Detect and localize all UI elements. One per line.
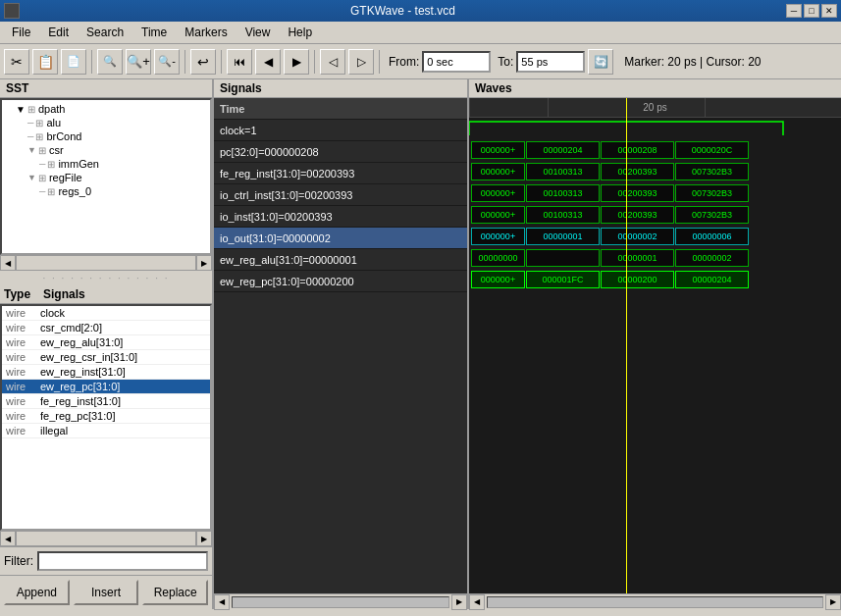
middle-scroll-right[interactable]: ▶ <box>451 594 467 610</box>
sig-row-fe-reg-inst[interactable]: wire fe_reg_inst[31:0] <box>2 394 210 409</box>
right-button[interactable]: ▷ <box>348 49 374 75</box>
append-button[interactable]: Append <box>4 580 70 605</box>
signals-scroll-right[interactable]: ▶ <box>196 531 212 546</box>
tree-label-csr: csr <box>49 144 64 156</box>
waves-header: Waves <box>469 79 841 98</box>
signal-wave-io-ctrl-inst[interactable]: io_ctrl_inst[31:0]=00200393 <box>214 184 467 206</box>
menu-search[interactable]: Search <box>79 24 131 41</box>
menu-edit[interactable]: Edit <box>40 24 77 41</box>
window-title: GTKWave - test.vcd <box>20 4 786 18</box>
tree-item-immgen[interactable]: ─ ⊞ immGen <box>2 157 210 171</box>
sst-tree-inner: ▼ ⊞ dpath ─ ⊞ alu ─ ⊞ <box>2 100 210 200</box>
paste-button[interactable]: 📄 <box>61 49 86 75</box>
signal-wave-ew-reg-alu[interactable]: ew_reg_alu[31:0]=00000001 <box>214 249 467 271</box>
signals-list[interactable]: wire clock wire csr_cmd[2:0] wire ew_reg… <box>0 304 212 531</box>
maximize-button[interactable]: □ <box>804 4 819 18</box>
signals-panel: Type Signals wire clock wire csr_cmd[2:0… <box>0 285 212 609</box>
begin-button[interactable]: ⏮ <box>227 49 252 75</box>
signal-wave-io-inst[interactable]: io_inst[31:0]=00200393 <box>214 206 467 228</box>
tree-item-alu[interactable]: ─ ⊞ alu <box>2 116 210 129</box>
sst-tree[interactable]: ▼ ⊞ dpath ─ ⊞ alu ─ ⊞ <box>0 98 212 255</box>
middle-scroll-left[interactable]: ◀ <box>214 594 230 610</box>
sig-row-csr-cmd[interactable]: wire csr_cmd[2:0] <box>2 321 210 335</box>
from-label: From: <box>389 55 419 69</box>
signal-wave-clock[interactable]: clock=1 <box>214 120 467 141</box>
toolbar-separator-2 <box>184 50 185 74</box>
module-icon-dpath: ⊞ <box>27 104 35 115</box>
sig-row-ew-reg-pc[interactable]: wire ew_reg_pc[31:0] <box>2 380 210 394</box>
menu-time[interactable]: Time <box>133 24 175 41</box>
toolbar-separator-4 <box>314 50 315 74</box>
zoom-in-button[interactable]: 🔍+ <box>126 49 151 75</box>
next-button[interactable]: ▶ <box>284 49 309 75</box>
tree-item-regs0[interactable]: ─ ⊞ regs_0 <box>2 184 210 198</box>
tree-item-dpath[interactable]: ▼ ⊞ dpath <box>2 102 210 116</box>
menu-file[interactable]: File <box>4 24 38 41</box>
sst-scroll-track[interactable] <box>16 255 196 271</box>
waves-scroll-left[interactable]: ◀ <box>469 594 485 610</box>
module-icon-immgen: ⊞ <box>47 159 55 170</box>
wave-canvas[interactable]: 20 ps 000000+ <box>469 98 841 593</box>
refresh-button[interactable]: 🔄 <box>588 49 613 75</box>
waves-scroll-right[interactable]: ▶ <box>825 594 841 610</box>
expand-icon-regfile: ▼ <box>27 173 36 182</box>
sig-type-fe-reg-inst: wire <box>6 395 40 407</box>
replace-button[interactable]: Replace <box>142 580 208 605</box>
left-button[interactable]: ◁ <box>320 49 345 75</box>
sig-type-ew-reg-csr-in: wire <box>6 351 40 363</box>
expand-icon-csr: ▼ <box>27 145 36 155</box>
main-layout: SST ▼ ⊞ dpath ─ ⊞ alu <box>0 79 841 609</box>
module-icon-alu: ⊞ <box>35 118 43 128</box>
toolbar: ✂ 📋 📄 🔍 🔍+ 🔍- ↩ ⏮ ◀ ▶ ◁ ▷ From: To: 🔄 Ma… <box>0 44 841 79</box>
wave-row-fe-reg-inst: 000000+ 00100313 00200393 007302B3 <box>469 161 841 182</box>
sig-name-clock: clock <box>40 307 206 319</box>
sig-row-illegal[interactable]: wire illegal <box>2 424 210 438</box>
menu-bar: File Edit Search Time Markers View Help <box>0 22 841 44</box>
to-input[interactable] <box>516 51 585 73</box>
tree-item-regfile[interactable]: ▼ ⊞ regFile <box>2 171 210 184</box>
waves-scroll-track[interactable] <box>487 596 823 608</box>
sig-row-fe-reg-pc[interactable]: wire fe_reg_pc[31:0] <box>2 409 210 424</box>
signals-scroll-left[interactable]: ◀ <box>0 531 16 546</box>
wave-row-io-inst: 000000+ 00100313 00200393 007302B3 <box>469 204 841 226</box>
sig-row-ew-reg-alu[interactable]: wire ew_reg_alu[31:0] <box>2 335 210 350</box>
button-row: Append Insert Replace <box>0 575 212 609</box>
sig-row-clock[interactable]: wire clock <box>2 306 210 321</box>
prev-button[interactable]: ◀ <box>255 49 281 75</box>
signal-wave-fe-reg-inst[interactable]: fe_reg_inst[31:0]=00200393 <box>214 163 467 184</box>
middle-scroll-track[interactable] <box>232 596 449 608</box>
signal-wave-io-out[interactable]: io_out[31:0]=00000002 <box>214 228 467 249</box>
toolbar-separator-1 <box>91 50 92 74</box>
wave-row-pc: 000000+ 00000204 00000208 0000020C <box>469 139 841 161</box>
zoom-fit-button[interactable]: 🔍 <box>97 49 123 75</box>
signals-scroll-track[interactable] <box>16 531 196 546</box>
waves-title: Waves <box>475 81 512 95</box>
wave-cell-ewrp-0: 000000+ <box>471 271 525 288</box>
cut-button[interactable]: ✂ <box>4 49 29 75</box>
sig-row-ew-reg-inst[interactable]: wire ew_reg_inst[31:0] <box>2 365 210 380</box>
filter-input[interactable] <box>37 551 208 571</box>
insert-button[interactable]: Insert <box>74 580 139 605</box>
sst-scroll-left[interactable]: ◀ <box>0 255 16 271</box>
from-input[interactable] <box>422 51 491 73</box>
filter-label: Filter: <box>4 554 33 568</box>
minimize-button[interactable]: ─ <box>786 4 802 18</box>
tree-item-csr[interactable]: ▼ ⊞ csr <box>2 143 210 157</box>
signals-wave-list[interactable]: Time clock=1 pc[32:0]=000000208 fe_reg_i… <box>214 98 467 593</box>
zoom-out-button[interactable]: 🔍- <box>154 49 180 75</box>
wave-cell-ioi-2: 00200393 <box>601 206 674 224</box>
menu-markers[interactable]: Markers <box>177 24 235 41</box>
signal-wave-pc[interactable]: pc[32:0]=000000208 <box>214 141 467 163</box>
wave-row-io-out: 000000+ 00000001 00000002 00000006 <box>469 226 841 247</box>
menu-view[interactable]: View <box>237 24 279 41</box>
sig-row-ew-reg-csr-in[interactable]: wire ew_reg_csr_in[31:0] <box>2 350 210 365</box>
menu-help[interactable]: Help <box>280 24 320 41</box>
sst-scroll-right[interactable]: ▶ <box>196 255 212 271</box>
close-button[interactable]: ✕ <box>821 4 837 18</box>
copy-button[interactable]: 📋 <box>32 49 58 75</box>
undo-button[interactable]: ↩ <box>190 49 216 75</box>
signal-wave-ew-reg-pc[interactable]: ew_reg_pc[31:0]=00000200 <box>214 271 467 292</box>
tree-item-brcond[interactable]: ─ ⊞ brCond <box>2 129 210 143</box>
col-type-label: Type <box>4 287 43 301</box>
expand-icon-dpath: ▼ <box>16 104 26 115</box>
